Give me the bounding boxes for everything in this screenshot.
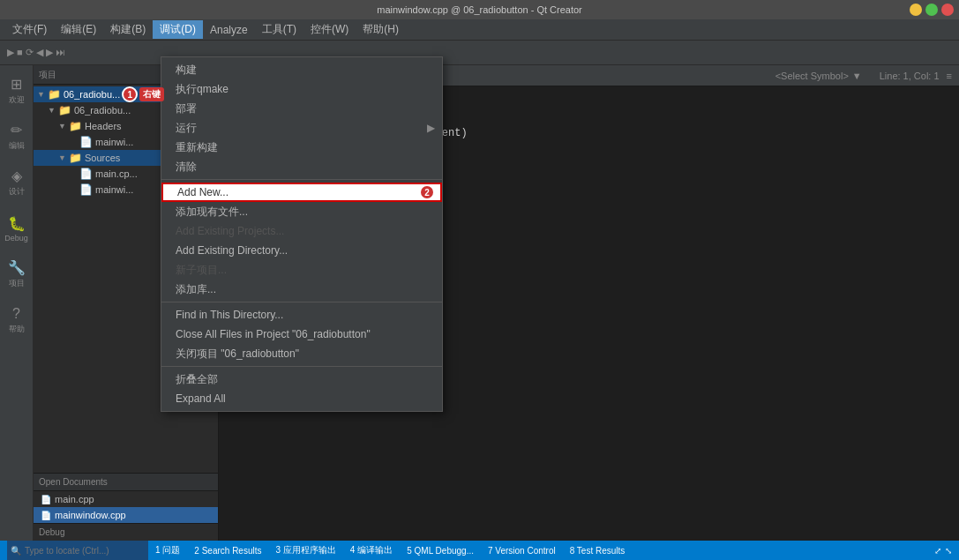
- welcome-icon: ⊞: [11, 76, 22, 93]
- open-docs-main-cpp[interactable]: 📄 main.cpp: [34, 491, 218, 507]
- open-docs-title: Open Documents: [39, 477, 108, 487]
- close-button[interactable]: [941, 4, 954, 16]
- search-input[interactable]: [25, 546, 131, 556]
- menu-tools[interactable]: 工具(T): [255, 20, 303, 39]
- toolbar: ▶ ■ ⟳ ◀ ▶ ⏭: [0, 41, 959, 65]
- open-docs-label-main: main.cpp: [55, 494, 94, 504]
- debug-panel-label: Debug: [34, 523, 218, 541]
- ctx-clean[interactable]: 清除: [161, 157, 442, 176]
- status-shrink-icon[interactable]: ⤡: [945, 546, 952, 556]
- status-bar: 🔍 1 问题 2 Search Results 3 应用程序输出 4 编译输出 …: [0, 541, 959, 560]
- sidebar-label-welcome: 欢迎: [9, 94, 25, 106]
- project-panel-title: 项目: [39, 69, 56, 81]
- step-badge-2: 2: [419, 184, 435, 200]
- open-docs-header: Open Documents: [34, 474, 218, 491]
- minimize-button[interactable]: [910, 4, 922, 16]
- sidebar-item-welcome[interactable]: ⊞ 欢迎: [2, 69, 32, 113]
- ctx-add-existing-projects: Add Existing Projects...: [161, 221, 442, 241]
- tree-label-sources: Sources: [85, 153, 120, 163]
- headers-folder-icon: 📁: [69, 120, 83, 132]
- cpp-file-icon: 📄: [79, 168, 94, 180]
- ctx-qmake[interactable]: 执行qmake: [161, 79, 442, 99]
- sidebar-label-design: 设计: [9, 186, 25, 198]
- ctx-run-arrow: ▶: [427, 122, 435, 134]
- file-icon-main: 📄: [41, 495, 51, 504]
- search-bar[interactable]: 🔍: [7, 541, 148, 560]
- menu-build[interactable]: 构建(B): [103, 20, 153, 39]
- sidebar-item-help[interactable]: ? 帮助: [2, 298, 32, 342]
- menu-controls[interactable]: 控件(W): [303, 20, 356, 39]
- status-compile-label: 4 编译输出: [350, 544, 393, 556]
- ctx-close-project[interactable]: 关闭项目 "06_radiobutton": [161, 344, 442, 363]
- sidebar-item-design[interactable]: ◈ 设计: [2, 161, 32, 205]
- tree-label-headers: Headers: [85, 121, 122, 131]
- status-expand-icon[interactable]: ⤢: [934, 546, 941, 556]
- arrow-icon-sources: ▼: [58, 153, 69, 162]
- status-search-results[interactable]: 2 Search Results: [187, 541, 268, 560]
- project-icon: 🔧: [8, 259, 26, 276]
- debug-icon: 🐛: [8, 215, 26, 232]
- window-controls: [910, 4, 954, 16]
- edit-icon: ✏: [11, 122, 22, 138]
- sidebar-item-debug[interactable]: 🐛 Debug: [2, 206, 32, 250]
- sources-folder-icon: 📁: [69, 152, 83, 164]
- ctx-find-dir[interactable]: Find in This Directory...: [161, 305, 442, 325]
- status-problems-label: 1 问题: [155, 544, 180, 556]
- status-test-label: 8 Test Results: [570, 546, 626, 556]
- ctx-collapse-all[interactable]: 折叠全部: [161, 370, 442, 389]
- ctx-add-library[interactable]: 添加库...: [161, 280, 442, 299]
- menu-debug[interactable]: 调试(D): [153, 20, 203, 39]
- help-icon: ?: [12, 306, 20, 322]
- menu-help[interactable]: 帮助(H): [356, 20, 406, 39]
- tree-label-header-file: mainwi...: [95, 137, 133, 147]
- ctx-run[interactable]: 运行 ▶: [161, 118, 442, 138]
- status-test-results[interactable]: 8 Test Results: [563, 541, 633, 560]
- ctx-expand-all[interactable]: Expand All: [161, 389, 442, 408]
- status-compile-output[interactable]: 4 编译输出: [343, 541, 400, 560]
- ctx-run-label: 运行: [176, 121, 197, 136]
- tree-label-subfolder: 06_radiobu...: [74, 105, 131, 116]
- sidebar-item-project[interactable]: 🔧 项目: [2, 252, 32, 296]
- symbol-select-arrow: ▼: [852, 71, 862, 81]
- sidebar-label-debug: Debug: [4, 234, 28, 243]
- mainwindow-cpp-icon: 📄: [79, 183, 94, 196]
- toolbar-spacer: ▶ ■ ⟳ ◀ ▶ ⏭: [4, 47, 69, 58]
- menu-file[interactable]: 文件(F): [5, 20, 54, 39]
- tree-label-root: 06_radiobu...: [64, 89, 120, 100]
- menu-edit[interactable]: 编辑(E): [54, 20, 103, 39]
- status-qml-label: 5 QML Debugg...: [407, 546, 474, 556]
- step-badge-1: 1: [122, 86, 138, 102]
- ctx-add-existing-files[interactable]: 添加现有文件...: [161, 202, 442, 221]
- right-click-label: 右键: [139, 87, 164, 101]
- ctx-add-existing-dir[interactable]: Add Existing Directory...: [161, 241, 442, 260]
- title-bar: mainwindow.cpp @ 06_radiobutton - Qt Cre…: [0, 0, 959, 19]
- menu-analyze[interactable]: Analyze: [203, 22, 255, 38]
- ctx-build[interactable]: 构建: [161, 60, 442, 79]
- maximize-button[interactable]: [925, 4, 938, 16]
- sidebar-label-edit: 编辑: [9, 140, 25, 152]
- status-search-label: 2 Search Results: [194, 546, 261, 556]
- file-icon-mainwindow: 📄: [41, 511, 51, 520]
- ctx-add-new[interactable]: Add New... 2: [161, 183, 442, 202]
- ctx-rebuild[interactable]: 重新构建: [161, 138, 442, 157]
- status-problems[interactable]: 1 问题: [148, 541, 187, 560]
- ctx-close-all-files[interactable]: Close All Files in Project "06_radiobutt…: [161, 325, 442, 344]
- open-docs-mainwindow-cpp[interactable]: 📄 mainwindow.cpp: [34, 507, 218, 523]
- sidebar-label-project: 项目: [9, 278, 25, 289]
- arrow-icon: ▼: [37, 90, 48, 99]
- tree-label-mainwindow-cpp: mainwi...: [95, 184, 133, 195]
- ctx-sep-2: [161, 302, 442, 302]
- status-app-output[interactable]: 3 应用程序输出: [269, 541, 343, 560]
- arrow-icon-headers: ▼: [58, 122, 69, 131]
- main-layout: ⊞ 欢迎 ✏ 编辑 ◈ 设计 🐛 Debug 🔧 项目 ? 帮助 项目: [0, 65, 959, 541]
- symbol-select-label: <Select Symbol>: [775, 71, 849, 81]
- open-docs-label-mainwindow: mainwindow.cpp: [55, 510, 126, 520]
- tree-label-main-cpp: main.cp...: [95, 168, 138, 179]
- ctx-deploy[interactable]: 部署: [161, 99, 442, 118]
- sidebar-item-edit[interactable]: ✏ 编辑: [2, 115, 32, 159]
- sidebar-label-help: 帮助: [9, 324, 25, 335]
- open-docs-section: Open Documents 📄 main.cpp 📄 mainwindow.c…: [34, 473, 218, 523]
- status-version-control[interactable]: 7 Version Control: [481, 541, 563, 560]
- editor-symbol-selector[interactable]: <Select Symbol> ▼ Line: 1, Col: 1 ≡: [768, 71, 959, 81]
- status-qml-debug[interactable]: 5 QML Debugg...: [400, 541, 481, 560]
